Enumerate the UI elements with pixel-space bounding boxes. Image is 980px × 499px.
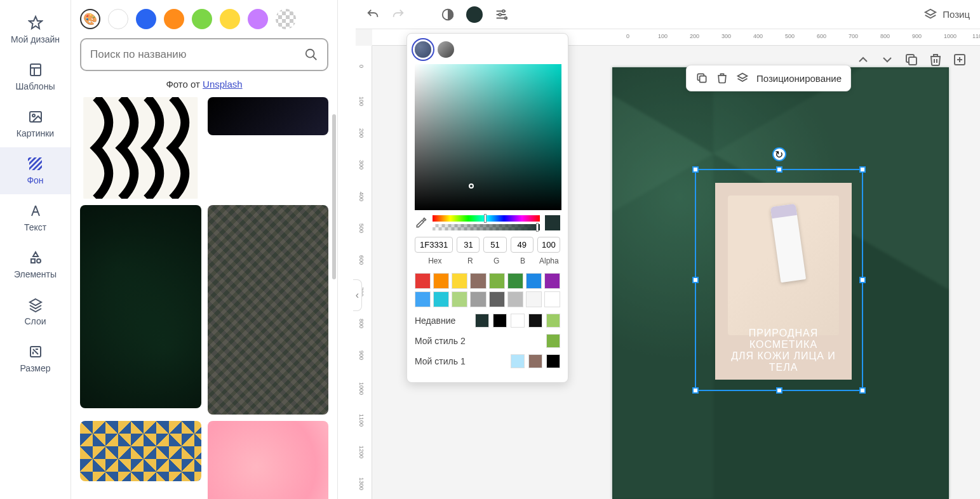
rotate-handle[interactable]: ↻ [772, 147, 786, 161]
nav-images[interactable]: Картинки [0, 100, 70, 147]
selection-box[interactable]: ↻ ПРИРОДНАЯ КОСМЕТИКА ДЛЯ КОЖИ ЛИЦА И ТЕ… [695, 169, 863, 391]
style-swatch[interactable] [546, 334, 560, 348]
style-swatch[interactable] [546, 354, 560, 368]
delete-icon[interactable] [928, 52, 943, 67]
svg-point-2 [32, 114, 35, 117]
design-canvas[interactable]: ↻ ПРИРОДНАЯ КОСМЕТИКА ДЛЯ КОЖИ ЛИЦА И ТЕ… [612, 67, 949, 499]
redo-icon[interactable] [391, 8, 405, 22]
bg-thumb-6[interactable] [208, 421, 329, 499]
recent-swatch[interactable] [546, 314, 560, 328]
toolbar-right: Позиц [923, 8, 970, 22]
recent-swatch[interactable] [475, 314, 489, 328]
nav-elements[interactable]: Элементы [0, 241, 70, 288]
nav-label: Картинки [17, 128, 54, 138]
nav-background[interactable]: Фон [0, 147, 70, 194]
move-up-icon[interactable] [856, 52, 871, 67]
layers-icon[interactable] [923, 8, 937, 22]
duplicate-icon[interactable] [904, 52, 919, 67]
search-box[interactable] [80, 38, 328, 71]
panel-collapse-button[interactable]: ‹ [353, 279, 362, 311]
swatch[interactable] [544, 291, 560, 307]
bg-thumb-3[interactable] [80, 205, 201, 408]
swatch[interactable] [433, 291, 449, 307]
hue-thumb[interactable] [484, 214, 487, 223]
alpha-input[interactable] [537, 237, 560, 253]
recent-swatch[interactable] [511, 314, 525, 328]
search-input[interactable] [90, 48, 304, 61]
recent-swatch[interactable] [493, 314, 507, 328]
swatch[interactable] [507, 291, 523, 307]
bg-thumb-1[interactable] [80, 97, 201, 199]
bg-thumb-4[interactable] [208, 205, 329, 415]
gradient-tab[interactable] [438, 41, 454, 58]
move-down-icon[interactable] [880, 52, 895, 67]
handle-ne[interactable] [859, 166, 866, 173]
color-white[interactable] [108, 9, 128, 29]
color-green[interactable] [192, 9, 212, 29]
handle-e[interactable] [859, 277, 866, 283]
add-page-icon[interactable] [952, 52, 967, 67]
color-orange[interactable] [164, 9, 184, 29]
style-swatch[interactable] [528, 354, 542, 368]
solid-tab[interactable] [415, 41, 431, 58]
swatch[interactable] [415, 291, 431, 307]
swatch[interactable] [489, 273, 505, 289]
nav-label: Фон [27, 175, 43, 185]
nav-label: Элементы [14, 269, 57, 279]
color-blue[interactable] [136, 9, 156, 29]
swatch[interactable] [526, 273, 542, 289]
picker-tabs [415, 41, 560, 58]
bg-thumb-2[interactable] [208, 97, 329, 135]
swatch[interactable] [452, 291, 467, 307]
b-input[interactable] [511, 237, 534, 253]
nav-templates[interactable]: Шаблоны [0, 53, 70, 100]
handle-w[interactable] [692, 277, 699, 283]
recent-swatch[interactable] [528, 314, 542, 328]
nav-size[interactable]: Размер [0, 335, 70, 382]
hue-slider[interactable] [433, 215, 540, 222]
eyedropper-icon[interactable] [415, 216, 427, 229]
opacity-icon[interactable] [441, 8, 455, 22]
handle-n[interactable] [776, 166, 782, 173]
color-purple[interactable] [248, 9, 268, 29]
alpha-slider[interactable] [433, 224, 540, 230]
swatch[interactable] [470, 273, 486, 289]
nav-text[interactable]: Текст [0, 194, 70, 241]
swatch[interactable] [415, 273, 431, 289]
position-label[interactable]: Позиц [943, 9, 970, 20]
swatch[interactable] [544, 273, 560, 289]
delete-icon[interactable] [716, 72, 728, 84]
fill-color-button[interactable] [466, 6, 483, 23]
nav-layers[interactable]: Слои [0, 288, 70, 335]
handle-sw[interactable] [692, 387, 699, 394]
duplicate-icon[interactable] [695, 72, 708, 84]
handle-s[interactable] [776, 387, 782, 394]
alpha-thumb[interactable] [536, 223, 539, 232]
hex-input[interactable] [415, 237, 453, 253]
bg-thumb-5[interactable] [80, 421, 201, 481]
swatch[interactable] [433, 273, 449, 289]
color-yellow[interactable] [220, 9, 240, 29]
palette-button[interactable]: 🎨 [80, 9, 100, 29]
svg-rect-0 [30, 64, 41, 76]
swatch[interactable] [507, 273, 523, 289]
swatch[interactable] [470, 291, 486, 307]
unsplash-link[interactable]: Unsplash [203, 79, 243, 90]
g-input[interactable] [483, 237, 506, 253]
sv-cursor[interactable] [469, 183, 474, 189]
sidebar-scrollbar[interactable] [332, 114, 336, 279]
handle-se[interactable] [859, 387, 866, 394]
color-transparent[interactable] [276, 9, 296, 29]
adjustments-icon[interactable] [494, 8, 508, 22]
style-swatch[interactable] [511, 354, 525, 368]
r-input[interactable] [457, 237, 480, 253]
undo-icon[interactable] [366, 8, 380, 22]
swatch[interactable] [526, 291, 542, 307]
search-icon [304, 48, 318, 62]
position-button[interactable]: Позиционирование [756, 73, 842, 84]
swatch[interactable] [489, 291, 505, 307]
swatch[interactable] [452, 273, 467, 289]
handle-nw[interactable] [692, 166, 699, 173]
saturation-value-area[interactable] [415, 64, 561, 210]
nav-my-design[interactable]: Мой дизайн [0, 6, 70, 53]
